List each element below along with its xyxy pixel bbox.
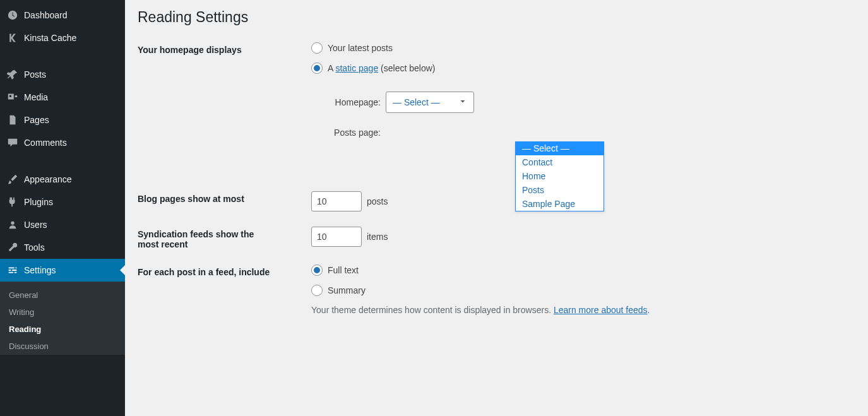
submenu-general[interactable]: General <box>0 282 125 304</box>
label-feed-include: For each post in a feed, include <box>138 264 311 277</box>
feed-description: Your theme determines how content is dis… <box>311 305 855 315</box>
homepage-select[interactable]: — Select — <box>386 92 474 113</box>
syndication-input[interactable] <box>311 227 362 247</box>
homepage-dropdown[interactable]: — Select — Contact Home Posts Sample Pag… <box>515 141 604 211</box>
kinsta-icon <box>6 32 19 44</box>
sidebar-item-label: Dashboard <box>24 10 68 20</box>
radio-icon <box>311 285 323 296</box>
sidebar-item-label: Plugins <box>24 197 53 207</box>
sidebar-item-posts[interactable]: Posts <box>0 63 125 86</box>
radio-label: A static page (select below) <box>328 63 435 73</box>
label-syndication: Syndication feeds show the most recent <box>138 227 311 249</box>
wrench-icon <box>6 241 19 254</box>
sidebar-item-kinsta[interactable]: Kinsta Cache <box>0 27 125 49</box>
learn-more-link[interactable]: Learn more about feeds <box>554 305 648 315</box>
dropdown-option[interactable]: Sample Page <box>516 197 603 211</box>
brush-icon <box>6 173 19 186</box>
row-syndication: Syndication feeds show the most recent i… <box>138 227 855 249</box>
radio-icon <box>311 62 323 74</box>
sidebar-item-pages[interactable]: Pages <box>0 109 125 131</box>
main-content: Reading Settings Your homepage displays … <box>125 0 868 416</box>
radio-full-text[interactable]: Full text <box>311 264 855 276</box>
page-title: Reading Settings <box>138 9 855 26</box>
homepage-select-row: Homepage: — Select — <box>324 92 855 113</box>
sidebar-item-label: Pages <box>24 115 49 125</box>
blog-pages-input[interactable] <box>311 191 362 211</box>
dropdown-option[interactable]: Home <box>516 169 603 183</box>
radio-icon <box>311 42 323 54</box>
static-page-link[interactable]: static page <box>335 63 378 73</box>
syndication-unit: items <box>367 232 388 242</box>
row-homepage-displays: Your homepage displays Your latest posts… <box>138 42 855 152</box>
submenu-reading[interactable]: Reading <box>0 321 125 338</box>
sidebar-item-settings[interactable]: Settings <box>0 259 125 282</box>
radio-static-page[interactable]: A static page (select below) <box>311 62 855 74</box>
label-blog-pages: Blog pages show at most <box>138 191 311 204</box>
pin-icon <box>6 68 19 81</box>
row-feed-include: For each post in a feed, include Full te… <box>138 264 855 315</box>
dropdown-option[interactable]: Posts <box>516 183 603 197</box>
sidebar-item-label: Media <box>24 92 48 102</box>
sidebar-item-label: Settings <box>24 265 56 275</box>
row-blog-pages: Blog pages show at most posts <box>138 191 855 211</box>
sidebar-item-label: Users <box>24 220 47 230</box>
sidebar-item-plugins[interactable]: Plugins <box>0 191 125 213</box>
dropdown-option[interactable]: Contact <box>516 155 603 169</box>
plug-icon <box>6 196 19 208</box>
blog-pages-unit: posts <box>367 196 388 206</box>
dashboard-icon <box>6 9 19 21</box>
admin-sidebar: Dashboard Kinsta Cache Posts Media Pages… <box>0 0 125 416</box>
submenu-writing[interactable]: Writing <box>0 304 125 321</box>
sidebar-item-comments[interactable]: Comments <box>0 131 125 154</box>
settings-icon <box>6 264 19 276</box>
select-value: — Select — <box>393 97 440 107</box>
chevron-down-icon <box>458 97 467 108</box>
sidebar-item-tools[interactable]: Tools <box>0 236 125 259</box>
label-homepage-displays: Your homepage displays <box>138 42 311 55</box>
sidebar-item-label: Comments <box>24 138 67 148</box>
page-icon <box>6 114 19 126</box>
radio-icon <box>311 264 323 276</box>
dropdown-option[interactable]: — Select — <box>516 141 603 155</box>
sidebar-item-label: Kinsta Cache <box>24 33 76 43</box>
radio-label: Summary <box>328 285 366 295</box>
radio-latest-posts[interactable]: Your latest posts <box>311 42 855 54</box>
radio-summary[interactable]: Summary <box>311 285 855 296</box>
posts-page-select-row: Posts page: <box>324 128 855 138</box>
radio-label: Your latest posts <box>328 43 393 53</box>
sidebar-item-appearance[interactable]: Appearance <box>0 168 125 191</box>
submenu-discussion[interactable]: Discussion <box>0 338 125 355</box>
sidebar-item-dashboard[interactable]: Dashboard <box>0 4 125 27</box>
homepage-select-label: Homepage: <box>324 97 381 107</box>
comment-icon <box>6 136 19 149</box>
user-icon <box>6 218 19 231</box>
sidebar-item-label: Posts <box>24 69 46 80</box>
media-icon <box>6 91 19 104</box>
posts-page-select-label: Posts page: <box>324 128 381 138</box>
sidebar-item-label: Tools <box>24 242 45 253</box>
radio-label: Full text <box>328 265 359 275</box>
sidebar-item-media[interactable]: Media <box>0 86 125 109</box>
sidebar-item-label: Appearance <box>24 174 72 184</box>
sidebar-item-users[interactable]: Users <box>0 213 125 236</box>
